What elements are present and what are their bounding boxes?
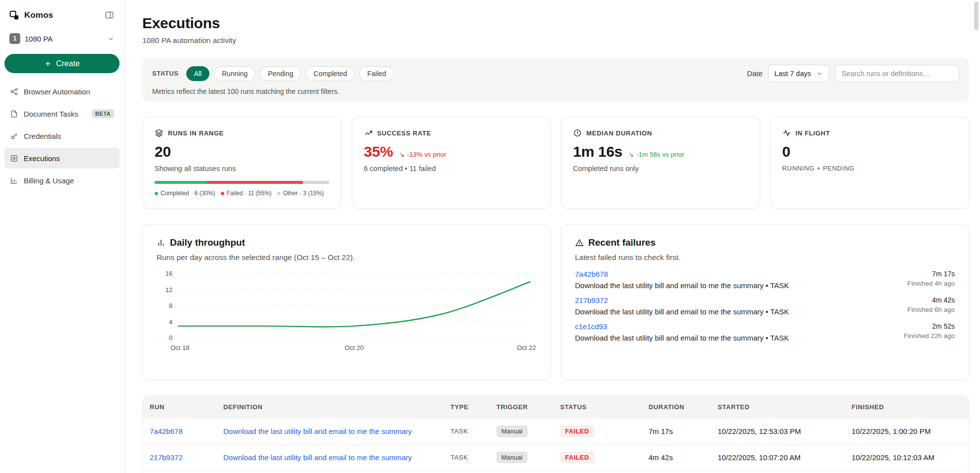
svg-text:Oct 20: Oct 20 [345, 344, 364, 351]
svg-text:Oct 18: Oct 18 [170, 344, 189, 351]
status-pill-completed[interactable]: Completed [306, 66, 355, 81]
panel-title: Recent failures [588, 237, 655, 248]
run-description: Download the last utility bill and email… [575, 334, 789, 342]
sidebar-item-label: Browser Automation [24, 87, 90, 96]
panels-row: Daily throughput Runs per day across the… [142, 224, 969, 380]
failure-item: 217b9372 Download the last utility bill … [575, 296, 955, 316]
run-id-link[interactable]: c1e1cd93 [575, 322, 607, 331]
run-started: 10/22/2025, 10:07:20 AM [711, 444, 845, 471]
sidebar-item-label: Document Tasks [24, 110, 79, 118]
metric-delta: ↘ -1m 56s vs prior [628, 150, 684, 158]
table-row[interactable]: 217b9372 Download the last utility bill … [143, 444, 969, 471]
svg-text:8: 8 [169, 302, 172, 310]
status-pill-all[interactable]: All [186, 66, 210, 81]
sidebar-item-billing-usage[interactable]: Billing & Usage [4, 170, 120, 191]
sidebar-item-browser-automation[interactable]: Browser Automation [4, 81, 120, 102]
run-id-link[interactable]: 217b9372 [150, 453, 183, 462]
workflow-icon [10, 87, 18, 96]
bar-chart-icon [157, 238, 165, 247]
metric-card-median-duration: MEDIAN DURATION 1m 16s ↘ -1m 56s vs prio… [561, 117, 760, 209]
warning-icon [575, 238, 584, 247]
bar-chart-icon [10, 176, 18, 185]
sidebar-item-executions[interactable]: Executions [4, 148, 120, 169]
definition-link[interactable]: Download the last utility bill and email… [223, 453, 412, 462]
beta-badge: BETA [92, 109, 114, 118]
table-header-row: RUN DEFINITION TYPE TRIGGER STATUS DURAT… [143, 396, 969, 419]
date-range-value: Last 7 days [775, 70, 811, 78]
run-finished: Finished 6h ago [907, 306, 955, 313]
metric-value: 20 [155, 143, 171, 160]
status-pill-pending[interactable]: Pending [260, 66, 301, 81]
date-filter-label: Date [747, 69, 763, 78]
failure-item: c1e1cd93 Download the last utility bill … [575, 322, 955, 342]
failure-item: 7a42b678 Download the last utility bill … [575, 270, 955, 290]
sidebar-nav: Browser Automation Document Tasks BETA C… [0, 81, 124, 191]
run-type: TASK [444, 419, 490, 445]
trend-down-icon: ↘ [399, 150, 405, 158]
clock-icon [573, 129, 582, 137]
plus-icon [44, 60, 52, 68]
column-header-run: RUN [143, 396, 216, 419]
sidebar-item-credentials[interactable]: Credentials [4, 126, 120, 146]
sidebar-item-document-tasks[interactable]: Document Tasks BETA [4, 103, 120, 124]
layers-icon [155, 129, 163, 137]
metric-delta: ↘ -13% vs prior [399, 150, 447, 158]
run-finished: 10/22/2025, 10:12:03 AM [845, 444, 969, 471]
metric-value: 1m 16s [573, 143, 622, 160]
run-type: TASK [444, 471, 490, 473]
workspace-selector[interactable]: 1 1080 PA [5, 30, 119, 47]
search-input[interactable] [835, 65, 959, 82]
status-badge: FAILED [560, 452, 594, 464]
run-id-link[interactable]: 217b9372 [575, 296, 608, 304]
throughput-line-chart: 0481216Oct 18Oct 20Oct 22 [157, 269, 536, 366]
status-pill-failed[interactable]: Failed [359, 66, 394, 81]
legend-item-other: Other · 3 (15%) [277, 190, 324, 197]
page-title: Executions [142, 15, 969, 32]
date-range-select[interactable]: Last 7 days [768, 65, 829, 82]
legend-item-failed: Failed · 11 (55%) [221, 190, 272, 197]
run-finished: 10/21/2025, 6:30:04 PM [845, 471, 969, 473]
run-duration: 7m 17s [907, 270, 955, 278]
definition-link[interactable]: Download the last utility bill and email… [223, 427, 412, 435]
chevron-down-icon [816, 70, 823, 77]
bar-segment-failed [207, 181, 303, 184]
metric-value: 35% [364, 143, 393, 160]
filter-bar: STATUS All Running Pending Completed Fai… [142, 58, 969, 101]
daily-throughput-panel: Daily throughput Runs per day across the… [142, 224, 551, 380]
run-started: 10/22/2025, 12:53:03 PM [711, 419, 845, 445]
completed-dot-icon [155, 192, 158, 195]
run-finished: Finished 22h ago [903, 332, 955, 340]
trigger-badge: Manual [496, 452, 528, 464]
run-duration: 2m 52s [903, 322, 955, 330]
trigger-badge: Manual [496, 426, 528, 437]
panel-subtitle: Runs per day across the selected range (… [157, 253, 536, 262]
scrollbar-thumb[interactable] [974, 1, 979, 30]
sidebar-item-label: Executions [24, 154, 60, 163]
panel-subtitle: Latest failed runs to check first. [575, 253, 955, 262]
bar-segment-other [303, 181, 329, 184]
main-content: Executions 1080 PA automation activity S… [124, 0, 980, 473]
activity-icon [782, 129, 791, 137]
run-id-link[interactable]: 7a42b678 [150, 427, 183, 435]
komos-logo-icon [9, 10, 20, 21]
sidebar-toggle-icon[interactable] [103, 8, 116, 22]
run-finished: Finished 4h ago [907, 280, 955, 287]
status-pill-running[interactable]: Running [214, 66, 255, 81]
table-row[interactable]: 7a42b678 Download the last utility bill … [143, 419, 969, 445]
workspace-avatar: 1 [9, 33, 20, 44]
logo-row: Komos [0, 0, 124, 26]
run-id-link[interactable]: 7a42b678 [575, 270, 608, 278]
status-filter-label: STATUS [152, 70, 179, 77]
metric-label: IN FLIGHT [796, 129, 830, 137]
metrics-note: Metrics reflect the latest 100 runs matc… [152, 87, 959, 95]
svg-text:4: 4 [169, 318, 172, 326]
column-header-trigger: TRIGGER [490, 396, 553, 419]
sidebar-item-label: Billing & Usage [24, 176, 74, 185]
run-type: TASK [444, 444, 490, 471]
status-badge: FAILED [560, 426, 594, 437]
table-row[interactable]: c1e1cd93 Download the last utility bill … [143, 471, 969, 473]
status-legend: Completed · 6 (30%) Failed · 11 (55%) Ot… [155, 190, 329, 197]
metric-label: RUNS IN RANGE [168, 129, 224, 137]
create-button[interactable]: Create [4, 54, 120, 73]
metric-card-in-flight: IN FLIGHT 0 RUNNING + PENDING [770, 117, 970, 209]
